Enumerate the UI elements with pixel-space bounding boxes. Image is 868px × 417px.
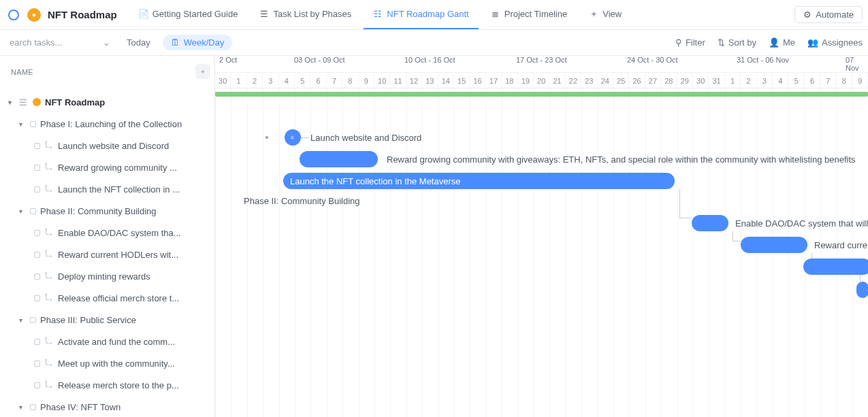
day-cell: 2	[247, 73, 263, 89]
task-row[interactable]: Activate and fund the comm...	[0, 331, 214, 352]
subtask-icon	[44, 271, 54, 281]
search-input[interactable]: earch tasks... ⌄	[5, 37, 114, 48]
task-row[interactable]: Release merch store to the p...	[0, 374, 214, 396]
task-row[interactable]: Deploy minting rewards	[0, 265, 214, 287]
week-label: 24 Oct - 30 Oct	[627, 56, 678, 64]
phase-row[interactable]: ▾ Phase III: Public Service	[0, 309, 214, 331]
me-button[interactable]: 👤Me	[769, 37, 795, 48]
task-row[interactable]: Reward growing community ...	[0, 156, 214, 178]
today-button[interactable]: Today	[120, 35, 157, 50]
users-icon: 👥	[807, 37, 818, 48]
phase-row[interactable]: ▾ Phase II: Community Building	[0, 200, 214, 222]
svg-point-14	[50, 342, 52, 344]
tab-label: NFT Roadmap Gantt	[387, 9, 468, 19]
day-cell: 12	[406, 73, 422, 89]
day-cell: 11	[390, 73, 406, 89]
task-label: Enable DAO/DAC system that will allow	[735, 215, 868, 231]
status-icon	[34, 273, 40, 280]
svg-point-3	[45, 163, 47, 165]
svg-point-7	[45, 228, 47, 230]
list-icon: ☰	[19, 97, 29, 107]
gantt-body[interactable]: ≡ Launch website and Discord Reward grow…	[215, 88, 868, 417]
gantt-chart[interactable]: 2 Oct 03 Oct - 09 Oct 10 Oct - 16 Oct 17…	[215, 56, 868, 417]
list-icon: ☰	[259, 10, 269, 19]
plus-icon: +	[589, 10, 598, 19]
tab-add-view[interactable]: + View	[579, 0, 631, 29]
day-cell: 27	[645, 73, 661, 89]
doc-icon: 📄	[139, 10, 148, 19]
root-row[interactable]: ▾ ☰ NFT Roadmap	[0, 91, 214, 113]
week-label: 2 Oct	[219, 56, 237, 64]
tab-label: Getting Started Guide	[152, 9, 238, 19]
svg-point-16	[50, 364, 52, 366]
day-cell: 15	[454, 73, 470, 89]
task-row[interactable]: Launch website and Discord	[0, 135, 214, 156]
day-cell: 17	[486, 73, 502, 89]
day-cell: 29	[677, 73, 693, 89]
day-cell: 23	[581, 73, 597, 89]
svg-point-15	[45, 337, 47, 339]
root-summary-bar[interactable]	[215, 92, 868, 97]
project-title: NFT Roadmap	[48, 9, 117, 20]
add-task-button[interactable]: +	[195, 64, 210, 79]
sort-button[interactable]: ⇅Sort by	[718, 37, 756, 48]
filter-button[interactable]: ⚲Filter	[675, 37, 705, 48]
day-cell: 1	[231, 73, 246, 89]
day-cell: 2	[741, 73, 756, 89]
task-row[interactable]: Reward current HODLers wit...	[0, 244, 214, 265]
day-cell: 4	[279, 73, 295, 89]
task-row[interactable]: Enable DAO/DAC system tha...	[0, 222, 214, 244]
status-icon	[30, 121, 36, 127]
day-cell: 6	[310, 73, 326, 89]
day-cell: 18	[502, 73, 517, 89]
day-cell: 19	[518, 73, 534, 89]
svg-point-5	[45, 184, 47, 186]
caret-down-icon: ▾	[19, 120, 26, 128]
day-cell: 8	[837, 73, 852, 89]
zoom-toggle[interactable]: 🗓 Week/Day	[163, 35, 233, 50]
subtask-icon	[44, 163, 54, 172]
gantt-bar[interactable]	[692, 215, 728, 231]
name-column-header: NAME +	[0, 56, 214, 88]
gantt-bar[interactable]	[803, 258, 868, 275]
automate-button[interactable]: ⚙ Automate	[794, 6, 863, 23]
user-icon: 👤	[769, 37, 779, 48]
subtask-icon	[44, 358, 54, 368]
svg-point-0	[50, 146, 52, 148]
assignees-button[interactable]: 👥Assignees	[807, 37, 863, 48]
week-label: 31 Oct - 06 Nov	[737, 56, 789, 64]
day-cell: 20	[534, 73, 549, 89]
gantt-bar[interactable]	[856, 282, 868, 298]
tab-getting-started[interactable]: 📄 Getting Started Guide	[129, 0, 248, 29]
zoom-label: Week/Day	[184, 37, 225, 48]
caret-down-icon: ▾	[19, 316, 26, 324]
phase-row[interactable]: ▾ Phase IV: NFT Town	[0, 396, 214, 417]
caret-down-icon: ▾	[19, 207, 26, 215]
task-row[interactable]: Meet up with the community...	[0, 352, 214, 374]
status-icon	[34, 165, 40, 171]
day-cell: 6	[805, 73, 820, 89]
phase-row[interactable]: ▾ Phase I: Launching of the Collection	[0, 113, 214, 135]
gantt-bar[interactable]	[300, 151, 378, 167]
day-cell: 9	[359, 73, 374, 89]
tab-timeline[interactable]: ≣ Project Timeline	[481, 0, 577, 29]
day-cell: 26	[629, 73, 645, 89]
caret-down-icon: ▾	[8, 99, 15, 106]
status-icon	[34, 143, 40, 149]
day-cell: 21	[549, 73, 565, 89]
gantt-bar[interactable]	[741, 237, 807, 253]
task-row[interactable]: Release official merch store t...	[0, 287, 214, 309]
sort-icon: ⇅	[718, 37, 725, 48]
timeline-header: 2 Oct 03 Oct - 09 Oct 10 Oct - 16 Oct 17…	[215, 56, 868, 88]
status-icon	[30, 317, 36, 323]
tab-task-list[interactable]: ☰ Task List by Phases	[250, 0, 361, 29]
tab-gantt[interactable]: ☷ NFT Roadmap Gantt	[364, 0, 478, 29]
subtask-icon	[44, 250, 54, 259]
svg-point-6	[50, 233, 52, 235]
task-row[interactable]: Launch the NFT collection in ...	[0, 178, 214, 200]
status-icon	[34, 361, 40, 367]
milestone[interactable]: ≡	[285, 129, 301, 146]
project-dot-icon	[33, 98, 41, 106]
day-cell: 3	[757, 73, 773, 89]
day-cell: 31	[709, 73, 724, 89]
